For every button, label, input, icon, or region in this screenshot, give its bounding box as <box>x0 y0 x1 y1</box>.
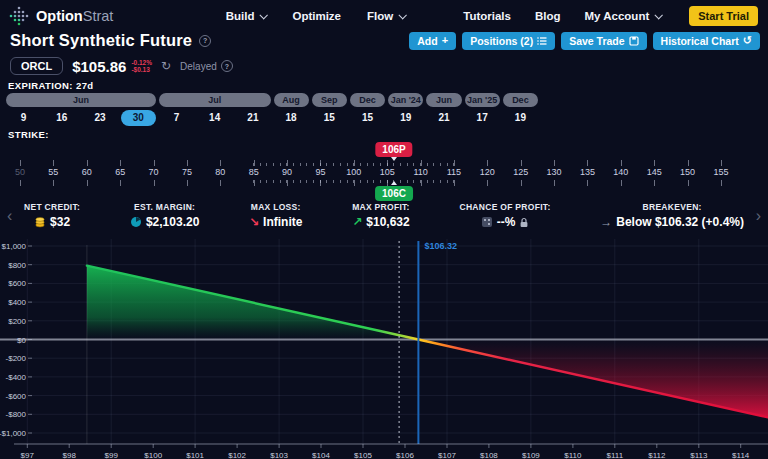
stat-max-loss: MAX LOSS: ↘ Infinite <box>249 202 302 229</box>
pie-icon <box>130 216 142 228</box>
chevron-down-icon <box>260 11 268 19</box>
positions-button[interactable]: Positions (2) <box>462 32 555 50</box>
expiration-month-pill[interactable]: Aug <box>274 93 309 107</box>
save-trade-button[interactable]: Save Trade <box>561 32 646 50</box>
strike-scale-label: 135 <box>580 167 595 177</box>
list-icon <box>537 36 547 46</box>
expiration-date[interactable]: 21 <box>426 110 461 126</box>
title-row: Short Synthetic Future ? Add+ Positions … <box>10 31 760 50</box>
max-loss-value: Infinite <box>263 215 302 229</box>
save-icon <box>629 36 639 46</box>
arrow-right-icon: → <box>600 215 612 229</box>
put-strike-badge[interactable]: 106P <box>375 142 412 157</box>
nav-flow[interactable]: Flow <box>367 10 405 22</box>
expiration-date[interactable]: 9 <box>6 110 41 126</box>
expiration-date[interactable]: 21 <box>235 110 270 126</box>
pl-chart: $106.32$97$98$99$100$101$102$103$104$105… <box>0 235 768 459</box>
strike-slider[interactable]: 106P 50556065707580859095100105110115120… <box>0 140 768 202</box>
price-change-percent: -0.12% <box>131 59 152 67</box>
stat-net-credit: NET CREDIT: $32 <box>24 202 80 229</box>
nav-blog[interactable]: Blog <box>535 10 561 22</box>
expiration-date[interactable]: 19 <box>503 110 538 126</box>
expiration-month-pill[interactable]: Jan '24 <box>388 93 423 107</box>
expiration-date[interactable]: 23 <box>82 110 117 126</box>
x-tick-label: $105 <box>354 451 372 459</box>
est-margin-value: $2,103.20 <box>146 215 199 229</box>
strike-scale-label: 140 <box>613 167 628 177</box>
x-tick-label: $100 <box>144 451 162 459</box>
delayed-status: Delayed ? <box>180 60 233 72</box>
y-tick-label: $200 <box>8 317 26 326</box>
help-icon[interactable]: ? <box>199 35 211 47</box>
ticker-symbol-input[interactable]: ORCL <box>10 57 63 75</box>
nav-tutorials[interactable]: Tutorials <box>463 10 511 22</box>
strike-scale: 5055606570758085909510010511011512012513… <box>0 167 768 179</box>
y-tick-label: -$1,000 <box>0 429 27 438</box>
nav-build[interactable]: Build <box>226 10 267 22</box>
stats-prev-chevron[interactable]: ‹ <box>7 208 12 224</box>
expiration-date[interactable]: 14 <box>197 110 232 126</box>
nav-my-account[interactable]: My Account <box>585 10 662 22</box>
expiration-months: JunJulAugSepDecJan '24JunJan '25Dec <box>6 93 538 107</box>
expiration-month-pill[interactable]: Dec <box>503 93 538 107</box>
x-tick-label: $99 <box>105 451 119 459</box>
trade-actions: Add+ Positions (2) Save Trade Historical… <box>409 32 760 50</box>
x-tick-label: $104 <box>312 451 330 459</box>
expiration-date[interactable]: 19 <box>388 110 423 126</box>
expiration-date[interactable]: 16 <box>44 110 79 126</box>
nav-optimize[interactable]: Optimize <box>292 10 341 22</box>
expiration-date[interactable]: 17 <box>465 110 500 126</box>
strike-scale-label: 70 <box>149 167 159 177</box>
expiration-date[interactable]: 7 <box>159 110 194 126</box>
y-tick-label: $800 <box>8 261 26 270</box>
expiration-month-pill[interactable]: Jan '25 <box>465 93 500 107</box>
loss-arrow-icon: ↘ <box>249 215 259 229</box>
strike-scale-label: 85 <box>249 167 259 177</box>
strike-scale-label: 130 <box>547 167 562 177</box>
call-strike-badge[interactable]: 106C <box>375 186 413 201</box>
expiration-date[interactable]: 18 <box>274 110 309 126</box>
dice-icon <box>481 216 493 228</box>
add-button[interactable]: Add+ <box>409 32 456 50</box>
strike-scale-label: 150 <box>680 167 695 177</box>
expiration-month-pill[interactable]: Sep <box>312 93 347 107</box>
x-tick-label: $106 <box>396 451 414 459</box>
expiration-date[interactable]: 15 <box>312 110 347 126</box>
expiration-label: EXPIRATION: 27d <box>8 80 94 91</box>
y-tick-label: -$200 <box>6 354 27 363</box>
expiration-month-pill[interactable]: Dec <box>350 93 385 107</box>
y-tick-label: -$600 <box>6 392 27 401</box>
expiration-dates: 91623307142118151519211719 <box>6 110 538 126</box>
expiration-month-pill[interactable]: Jun <box>6 93 156 107</box>
x-tick-label: $111 <box>606 451 623 459</box>
strike-scale-label: 80 <box>215 167 225 177</box>
strike-scale-label: 155 <box>713 167 728 177</box>
lock-icon <box>519 217 529 228</box>
days-to-expiration: 27d <box>76 80 94 91</box>
x-tick-label: $109 <box>522 451 540 459</box>
strike-scale-label: 100 <box>346 167 361 177</box>
stats-bar: ‹ NET CREDIT: $32 EST. MARGIN: <box>0 202 768 234</box>
expiration-month-pill[interactable]: Jul <box>159 93 271 107</box>
expiration-month-pill[interactable]: Jun <box>426 93 461 107</box>
logo-text-light: Strat <box>83 8 114 24</box>
logo[interactable]: OptionStrat <box>8 5 113 27</box>
ticker-row: ORCL $105.86 -0.12% -$0.13 ↻ Delayed ? <box>10 55 233 77</box>
stat-est-margin: EST. MARGIN: $2,103.20 <box>130 202 199 229</box>
start-trial-button[interactable]: Start Trial <box>689 6 758 26</box>
stat-chance-of-profit: CHANCE OF PROFIT: --% <box>459 202 550 229</box>
refresh-icon[interactable]: ↻ <box>161 60 171 72</box>
x-tick-label: $97 <box>21 451 35 459</box>
top-nav: OptionStrat Build Optimize Flow Tutorial… <box>0 0 768 30</box>
expiration-date[interactable]: 30 <box>121 110 156 126</box>
strike-label: STRIKE: <box>8 129 49 140</box>
expiration-date[interactable]: 15 <box>350 110 385 126</box>
strike-scale-label: 125 <box>513 167 528 177</box>
net-credit-value: $32 <box>50 215 70 229</box>
historical-chart-button[interactable]: Historical Chart↺ <box>653 32 760 50</box>
coins-icon <box>34 216 46 228</box>
logo-icon <box>8 5 30 27</box>
strike-scale-label: 75 <box>182 167 192 177</box>
help-icon[interactable]: ? <box>221 60 233 72</box>
stats-next-chevron[interactable]: › <box>756 208 761 224</box>
